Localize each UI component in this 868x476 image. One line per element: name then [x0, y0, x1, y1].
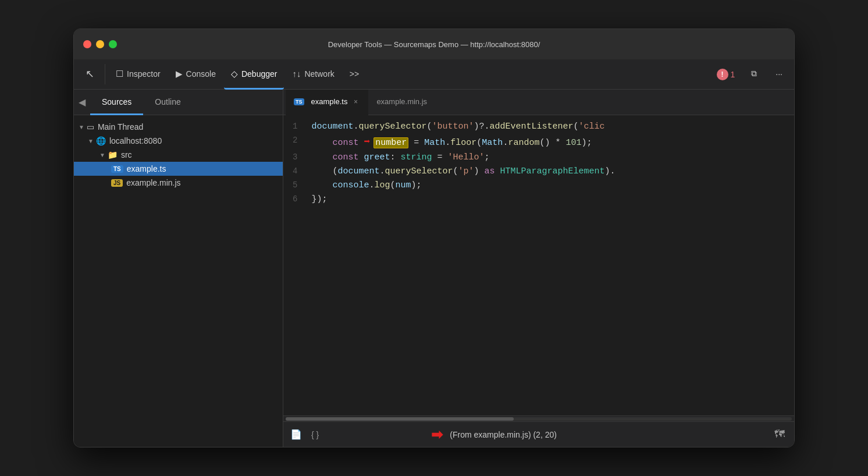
- tree-item-example-ts[interactable]: TS example.ts: [74, 162, 283, 176]
- error-badge[interactable]: ! 1: [712, 69, 740, 80]
- chevron-down-icon: ▼: [99, 152, 105, 158]
- tab-network[interactable]: ↑↓ Network: [285, 59, 341, 90]
- code-line-1: 1 document.querySelector('button')?.addE…: [283, 120, 794, 134]
- src-label: src: [121, 150, 132, 159]
- main-content: ◀ Sources Outline ▼ ▭ Main Thread: [74, 90, 794, 447]
- network-icon: ↑↓: [292, 69, 301, 79]
- editor-tab-ts-label: example.ts: [311, 97, 348, 106]
- editor-area: TS example.ts × example.min.js 1 documen…: [283, 90, 794, 447]
- sourcemap-button[interactable]: 🗺: [772, 426, 787, 443]
- minimize-button[interactable]: [96, 40, 104, 48]
- example-min-js-label: example.min.js: [126, 178, 180, 187]
- close-tab-button[interactable]: ×: [351, 97, 360, 106]
- editor-tab-js-label: example.min.js: [376, 97, 427, 106]
- sourcemap-icon: 🗺: [774, 428, 785, 440]
- debugger-label: Debugger: [241, 69, 278, 79]
- code-line-2: 2 const ➡number = Math.floor(Math.random…: [283, 134, 794, 151]
- debugger-icon: ◇: [231, 69, 238, 79]
- maximize-button[interactable]: [109, 40, 117, 48]
- line-content-3: const greet: string = 'Hello';: [307, 151, 794, 165]
- expand-icon: ⧉: [751, 69, 757, 79]
- inspector-icon: ☐: [116, 69, 123, 79]
- close-button[interactable]: [83, 40, 91, 48]
- file-tree: ▼ ▭ Main Thread ▼ 🌐 localhost:8080 ▼ 📁 s…: [74, 115, 283, 447]
- more-button[interactable]: ···: [769, 69, 789, 80]
- error-icon: !: [717, 69, 728, 80]
- network-label: Network: [304, 69, 334, 79]
- folder-icon: 📁: [108, 150, 118, 159]
- window-controls: [83, 40, 117, 48]
- format-button[interactable]: { }: [311, 430, 319, 439]
- tree-item-main-thread[interactable]: ▼ ▭ Main Thread: [74, 120, 283, 134]
- tab-debugger[interactable]: ◇ Debugger: [224, 59, 284, 90]
- line-content-6: });: [307, 193, 794, 207]
- pretty-print-icon: 📄: [290, 429, 302, 440]
- line-number-1: 1: [283, 120, 307, 134]
- line-content-1: document.querySelector('button')?.addEve…: [307, 120, 794, 134]
- console-label: Console: [186, 69, 216, 79]
- tree-item-src[interactable]: ▼ 📁 src: [74, 148, 283, 162]
- pointer-icon: ↖: [86, 68, 94, 80]
- toolbar: ↖ ☐ Inspector ▶ Console ◇ Debugger ↑↓ Ne…: [74, 59, 794, 90]
- localhost-label: localhost:8080: [109, 136, 162, 145]
- line-number-2: 2: [283, 134, 307, 151]
- source-info: (From example.min.js) (2, 20): [450, 430, 557, 439]
- window-icon: ▭: [87, 122, 94, 132]
- globe-icon: 🌐: [96, 136, 106, 145]
- code-scroll[interactable]: 1 document.querySelector('button')?.addE…: [283, 115, 794, 415]
- tree-item-localhost[interactable]: ▼ 🌐 localhost:8080: [74, 134, 283, 148]
- line-content-5: console.log(num);: [307, 179, 794, 193]
- tab-inspector[interactable]: ☐ Inspector: [109, 59, 168, 90]
- scrollbar-thumb[interactable]: [286, 417, 514, 421]
- sidebar-tabs: ◀ Sources Outline: [74, 90, 283, 115]
- horizontal-scrollbar[interactable]: [283, 415, 794, 421]
- line-number-6: 6: [283, 193, 307, 207]
- sidebar: ◀ Sources Outline ▼ ▭ Main Thread: [74, 90, 283, 447]
- tab-console[interactable]: ▶ Console: [169, 59, 223, 90]
- code-line-3: 3 const greet: string = 'Hello';: [283, 151, 794, 165]
- js-badge: JS: [111, 179, 123, 187]
- inspector-label: Inspector: [127, 69, 161, 79]
- overflow-icon: >>: [350, 69, 359, 79]
- code-line-5: 5 console.log(num);: [283, 179, 794, 193]
- footer-right: 🗺: [772, 426, 787, 443]
- ts-tab-badge: TS: [294, 98, 304, 105]
- tree-item-example-min-js[interactable]: JS example.min.js: [74, 176, 283, 190]
- pointer-tool[interactable]: ↖: [79, 59, 101, 90]
- code-line-4: 4 (document.querySelector('p') as HTMLPa…: [283, 165, 794, 179]
- chevron-down-icon: ▼: [79, 124, 84, 130]
- titlebar: Developer Tools — Sourcemaps Demo — http…: [74, 29, 794, 59]
- devtools-window: Developer Tools — Sourcemaps Demo — http…: [73, 29, 795, 447]
- window-title: Developer Tools — Sourcemaps Demo — http…: [328, 40, 540, 49]
- expand-button[interactable]: ⧉: [744, 69, 764, 80]
- line-content-2: const ➡number = Math.floor(Math.random()…: [307, 134, 794, 151]
- example-ts-label: example.ts: [127, 164, 166, 173]
- line-number-5: 5: [283, 179, 307, 193]
- editor-tabs: TS example.ts × example.min.js: [283, 90, 794, 115]
- error-count: 1: [731, 70, 735, 79]
- overflow-button[interactable]: >>: [343, 59, 366, 90]
- main-thread-label: Main Thread: [98, 122, 143, 132]
- format-label: { }: [311, 430, 319, 439]
- code-container[interactable]: 1 document.querySelector('button')?.addE…: [283, 115, 794, 415]
- line-content-4: (document.querySelector('p') as HTMLPara…: [307, 165, 794, 179]
- toolbar-right: ! 1 ⧉ ···: [712, 59, 789, 89]
- line-number-3: 3: [283, 151, 307, 165]
- collapse-icon: ◀: [79, 97, 86, 108]
- code-lines: 1 document.querySelector('button')?.addE…: [283, 115, 794, 211]
- footer-arrow-icon: ➡: [431, 427, 443, 443]
- sidebar-tab-sources[interactable]: Sources: [90, 90, 143, 115]
- footer-arrow-area: ➡ (From example.min.js) (2, 20): [431, 427, 557, 443]
- editor-tab-example-ts[interactable]: TS example.ts ×: [286, 90, 368, 115]
- sidebar-collapse-btn[interactable]: ◀: [74, 90, 90, 115]
- code-line-6: 6 });: [283, 193, 794, 207]
- more-icon: ···: [775, 69, 782, 79]
- console-icon: ▶: [176, 69, 183, 79]
- chevron-down-icon: ▼: [88, 138, 94, 144]
- editor-tab-example-min-js[interactable]: example.min.js: [368, 90, 435, 115]
- toolbar-divider: [105, 64, 105, 84]
- pretty-print-button[interactable]: 📄: [290, 429, 302, 440]
- sidebar-tab-outline[interactable]: Outline: [143, 90, 192, 115]
- editor-footer: 📄 { } ➡ (From example.min.js) (2, 20) 🗺: [283, 421, 794, 447]
- scrollbar-track[interactable]: [286, 417, 792, 421]
